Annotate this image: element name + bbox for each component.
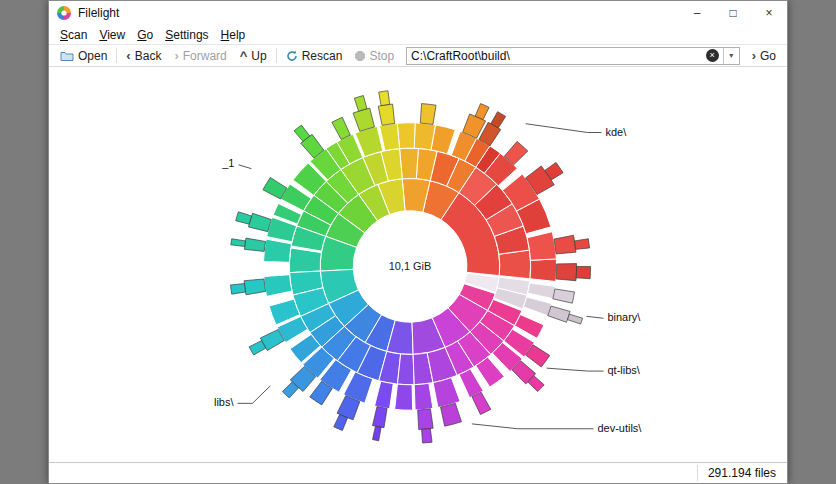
chart-segment[interactable] <box>523 297 551 316</box>
up-button[interactable]: ^ Up <box>234 47 273 65</box>
open-folder-icon <box>60 50 74 62</box>
chart-segment[interactable] <box>472 392 491 414</box>
forward-label: Forward <box>183 49 227 63</box>
rescan-label: Rescan <box>302 49 343 63</box>
chart-segment[interactable] <box>548 306 570 322</box>
toolbar-separator <box>116 48 117 63</box>
sunburst-chart[interactable]: kde\_1binary\qt-libs\libs\dev-utils\10,1… <box>49 67 787 462</box>
chart-label-line <box>472 424 594 429</box>
menu-help[interactable]: Help <box>215 27 252 43</box>
address-input[interactable] <box>407 49 706 63</box>
chart-label-line <box>238 165 251 169</box>
up-icon: ^ <box>240 51 248 61</box>
menubar: Scan View Go Settings Help <box>49 25 787 44</box>
forward-icon: › <box>174 51 178 61</box>
chart-segment[interactable] <box>576 266 590 278</box>
maximize-button[interactable]: □ <box>715 1 751 25</box>
chart-segment[interactable] <box>556 264 577 281</box>
chart-segment[interactable] <box>373 406 388 427</box>
chart-segment[interactable] <box>527 232 556 261</box>
chart-segment[interactable] <box>400 148 419 179</box>
chart-label-line <box>237 386 270 404</box>
stop-label: Stop <box>369 49 394 63</box>
chart-segment[interactable] <box>379 91 390 106</box>
chart-segment[interactable] <box>231 239 246 247</box>
chart-segment[interactable] <box>332 117 351 139</box>
chart-segment[interactable] <box>414 383 433 410</box>
go-label: Go <box>760 49 776 63</box>
chart-label-line <box>526 124 602 133</box>
chart-segment[interactable] <box>574 239 589 250</box>
chart-directory-label: qt-libs\ <box>607 364 640 376</box>
chart-segment[interactable] <box>422 429 432 443</box>
chart-segment[interactable] <box>441 403 462 426</box>
chart-center-label: 10,1 GiB <box>389 260 432 272</box>
chart-segment[interactable] <box>378 104 394 125</box>
forward-button[interactable]: › Forward <box>168 47 232 65</box>
chart-label-line <box>547 368 604 371</box>
chart-segment[interactable] <box>420 104 436 125</box>
chart-directory-label: libs\ <box>214 396 234 408</box>
menu-scan[interactable]: Scan <box>54 27 93 43</box>
filelight-app-icon <box>56 5 72 21</box>
chart-segment[interactable] <box>244 238 265 251</box>
desktop-background: { "window": { "title": "Filelight", "min… <box>0 0 836 484</box>
chart-directory-label: kde\ <box>605 127 627 139</box>
menu-go[interactable]: Go <box>131 27 159 43</box>
up-label: Up <box>251 49 266 63</box>
chart-segment[interactable] <box>334 414 348 430</box>
dropdown-arrow-icon[interactable]: ▾ <box>724 48 739 64</box>
chart-segment[interactable] <box>418 409 433 430</box>
go-icon: › <box>752 51 756 61</box>
chart-segment[interactable] <box>289 248 321 273</box>
chart-segment[interactable] <box>395 384 413 410</box>
chart-directory-label: binary\ <box>607 311 641 323</box>
rescan-button[interactable]: Rescan <box>280 47 349 65</box>
caption-buttons: – □ × <box>679 1 787 25</box>
chart-segment[interactable] <box>553 289 575 303</box>
menu-settings[interactable]: Settings <box>159 27 214 43</box>
chart-segment[interactable] <box>475 104 489 120</box>
stop-icon <box>355 51 365 61</box>
chart-canvas: kde\_1binary\qt-libs\libs\dev-utils\10,1… <box>49 67 787 462</box>
chart-directory-label: dev-utils\ <box>598 422 643 434</box>
statusbar: 291.194 files <box>49 462 787 483</box>
menu-view[interactable]: View <box>93 27 131 43</box>
minimize-button[interactable]: – <box>679 1 715 25</box>
chart-segment[interactable] <box>528 283 556 299</box>
chart-segment[interactable] <box>353 108 374 131</box>
back-button[interactable]: ‹ Back <box>120 47 167 65</box>
chart-segment[interactable] <box>380 123 400 150</box>
chart-segment[interactable] <box>397 354 414 385</box>
chart-segment[interactable] <box>354 96 367 112</box>
chart-directory-label: _1 <box>221 157 234 169</box>
chart-label-line <box>587 316 604 318</box>
open-label: Open <box>78 49 107 63</box>
chart-segment[interactable] <box>397 123 415 149</box>
toolbar-separator <box>276 48 277 63</box>
chart-segment[interactable] <box>554 235 576 254</box>
chart-segment[interactable] <box>433 378 460 408</box>
filelight-window: Filelight – □ × Scan View Go Settings He… <box>48 0 788 484</box>
chart-segment[interactable] <box>373 426 382 441</box>
chart-segment[interactable] <box>244 279 266 295</box>
chart-segment[interactable] <box>530 259 557 282</box>
open-button[interactable]: Open <box>54 47 113 65</box>
chart-segment[interactable] <box>264 239 292 262</box>
chart-segment[interactable] <box>236 212 252 224</box>
rescan-icon <box>286 50 298 62</box>
chart-segment[interactable] <box>264 275 292 297</box>
go-button[interactable]: › Go <box>746 47 782 65</box>
toolbar: Open ‹ Back › Forward ^ Up Rescan Stop <box>49 44 787 67</box>
back-icon: ‹ <box>126 51 130 61</box>
address-combo[interactable]: × ▾ <box>406 47 740 65</box>
window-title: Filelight <box>78 6 119 20</box>
back-label: Back <box>135 49 162 63</box>
chart-segment[interactable] <box>499 250 531 279</box>
clear-address-icon[interactable]: × <box>706 49 719 62</box>
chart-segment[interactable] <box>567 314 582 324</box>
chart-segment[interactable] <box>231 284 246 295</box>
close-button[interactable]: × <box>751 1 787 25</box>
stop-button[interactable]: Stop <box>349 47 400 65</box>
chart-segment[interactable] <box>375 381 394 409</box>
